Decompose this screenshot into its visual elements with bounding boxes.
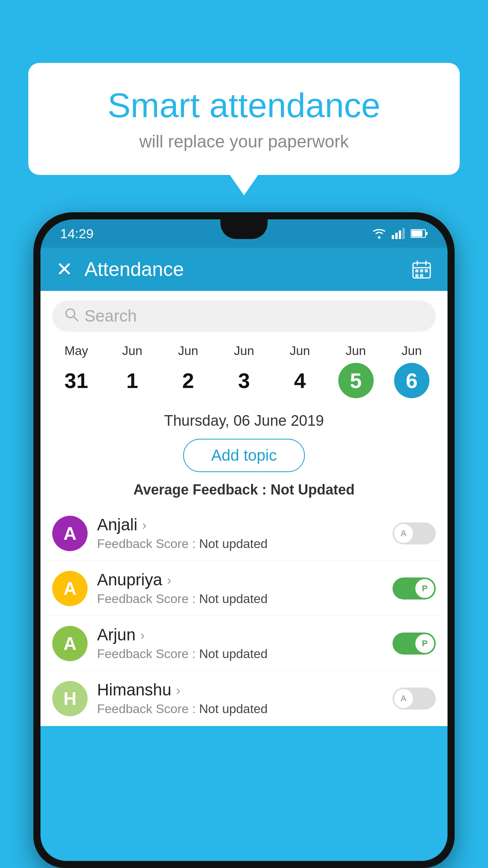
battery-icon <box>411 229 428 238</box>
cal-day-5[interactable]: Jun 5 <box>338 344 374 398</box>
calendar-icon[interactable] <box>411 259 432 280</box>
svg-rect-13 <box>425 269 428 272</box>
svg-line-17 <box>73 316 78 321</box>
toggle-absent[interactable]: A <box>393 688 436 710</box>
svg-rect-14 <box>415 274 418 277</box>
toggle-knob: P <box>415 579 434 598</box>
attendance-toggle[interactable]: A <box>393 688 436 710</box>
chevron-icon: › <box>140 627 145 643</box>
list-item: A Anjali › Feedback Score : Not updated … <box>48 506 440 561</box>
toggle-present[interactable]: P <box>393 633 436 655</box>
toggle-knob: A <box>394 524 413 543</box>
status-icons <box>372 228 428 239</box>
bubble-title: Smart attendance <box>60 86 428 125</box>
student-name: Arjun › <box>97 625 383 644</box>
avg-feedback-value: Not Updated <box>270 482 354 498</box>
student-feedback: Feedback Score : Not updated <box>97 592 383 606</box>
avatar: A <box>52 571 88 606</box>
svg-rect-6 <box>411 230 422 237</box>
student-info[interactable]: Arjun › Feedback Score : Not updated <box>97 625 383 661</box>
bubble-subtitle: will replace your paperwork <box>60 132 428 151</box>
speech-bubble: Smart attendance will replace your paper… <box>28 63 460 175</box>
svg-rect-15 <box>420 274 423 277</box>
toggle-present[interactable]: P <box>393 577 436 600</box>
cal-day-2[interactable]: Jun 2 <box>171 344 206 398</box>
list-item: A Anupriya › Feedback Score : Not update… <box>48 561 440 616</box>
avatar: A <box>52 516 88 551</box>
svg-rect-3 <box>402 228 405 239</box>
cal-day-4[interactable]: Jun 4 <box>282 344 317 398</box>
attendance-toggle[interactable]: A <box>393 522 436 544</box>
chevron-icon: › <box>167 572 171 588</box>
svg-rect-1 <box>395 233 398 239</box>
chevron-icon: › <box>176 682 180 698</box>
student-info[interactable]: Anjali › Feedback Score : Not updated <box>97 515 383 551</box>
toggle-absent[interactable]: A <box>393 522 436 544</box>
student-name: Anjali › <box>97 515 383 534</box>
toggle-knob: A <box>394 689 413 708</box>
screen-content: Search May 31 Jun 1 Jun 2 Jun 3 <box>40 291 448 726</box>
chevron-icon: › <box>142 517 147 533</box>
cal-day-6[interactable]: Jun 6 <box>394 344 429 398</box>
student-feedback: Feedback Score : Not updated <box>97 647 383 661</box>
add-topic-button[interactable]: Add topic <box>183 439 305 472</box>
search-bar[interactable]: Search <box>52 300 436 332</box>
calendar-strip: May 31 Jun 1 Jun 2 Jun 3 Jun 4 <box>40 332 448 398</box>
toggle-knob: P <box>415 634 434 653</box>
search-icon <box>64 307 79 326</box>
attendance-toggle[interactable]: P <box>393 577 436 600</box>
student-name: Himanshu › <box>97 680 383 699</box>
cal-day-1[interactable]: Jun 1 <box>114 344 150 398</box>
app-bar-title: Attendance <box>84 258 411 281</box>
avatar: H <box>52 681 88 716</box>
search-placeholder: Search <box>84 307 137 326</box>
cal-day-3[interactable]: Jun 3 <box>226 344 262 398</box>
svg-rect-0 <box>392 235 394 239</box>
selected-date: Thursday, 06 June 2019 <box>40 412 448 429</box>
status-time: 14:29 <box>60 226 94 241</box>
status-bar: 14:29 <box>40 219 448 248</box>
svg-rect-2 <box>399 230 401 239</box>
student-feedback: Feedback Score : Not updated <box>97 702 383 716</box>
svg-rect-5 <box>426 232 427 235</box>
list-item: A Arjun › Feedback Score : Not updated P <box>48 616 440 671</box>
cal-day-0[interactable]: May 31 <box>59 344 94 398</box>
phone-frame: 14:29 <box>33 212 455 868</box>
svg-rect-11 <box>415 269 418 272</box>
speech-bubble-container: Smart attendance will replace your paper… <box>28 63 460 175</box>
attendance-toggle[interactable]: P <box>393 633 436 655</box>
student-info[interactable]: Himanshu › Feedback Score : Not updated <box>97 680 383 716</box>
list-item: H Himanshu › Feedback Score : Not update… <box>48 671 440 726</box>
signal-icon <box>392 228 405 239</box>
app-bar: ✕ Attendance <box>40 248 448 291</box>
close-button[interactable]: ✕ <box>56 258 73 281</box>
student-list: A Anjali › Feedback Score : Not updated … <box>40 506 448 726</box>
avg-feedback: Average Feedback : Not Updated <box>40 482 448 498</box>
svg-rect-12 <box>420 269 423 272</box>
avg-feedback-label: Average Feedback : <box>134 482 267 498</box>
student-feedback: Feedback Score : Not updated <box>97 537 383 551</box>
notch <box>220 219 268 239</box>
phone-inner: 14:29 <box>40 219 448 861</box>
wifi-icon <box>372 228 386 239</box>
student-info[interactable]: Anupriya › Feedback Score : Not updated <box>97 570 383 606</box>
student-name: Anupriya › <box>97 570 383 589</box>
avatar: A <box>52 626 88 661</box>
